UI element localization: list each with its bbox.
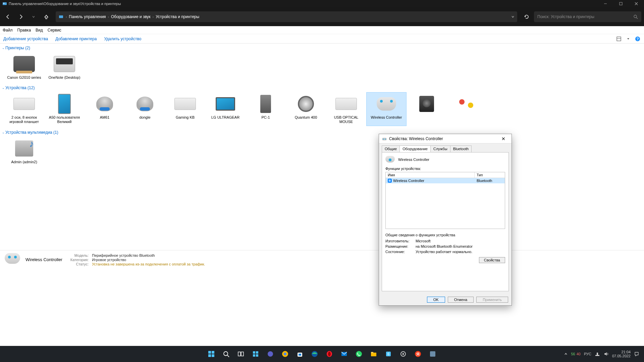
device-item[interactable]: PC-1 [246,92,286,126]
properties-button[interactable]: Свойства [479,257,505,263]
chevron-icon: › [66,15,67,19]
network-icon[interactable] [595,351,600,357]
menu-view[interactable]: Вид [36,28,43,33]
search-taskbar-icon[interactable] [220,348,232,360]
add-printer-link[interactable]: Добавление принтера [55,37,97,41]
section-multimedia[interactable]: ⌄Устройства мультимедиа (1) [1,129,643,135]
device-item[interactable]: USB OPTICAL MOUSE [326,92,366,126]
device-item[interactable] [447,92,487,126]
svg-text:6: 6 [387,352,389,356]
section-printers[interactable]: ⌄Принтеры (2) [1,45,643,51]
dialog-titlebar[interactable]: Свойства: Wireless Controller ✕ [379,134,512,143]
up-button[interactable] [41,11,52,22]
device-item[interactable]: Gaming KB [165,92,205,126]
search-box[interactable]: Поиск: Устройства и принтеры [534,11,641,22]
dialog-tabs: Общие Оборудование Службы Bluetooth [379,143,512,152]
volume-icon[interactable] [603,351,609,357]
section-devices-label: Устройства (12) [5,85,35,90]
svg-rect-39 [371,352,373,353]
app-icon-2[interactable] [426,348,439,360]
menu-service[interactable]: Сервис [48,28,61,33]
whatsapp-icon[interactable] [353,348,365,360]
address-dropdown[interactable] [511,15,515,18]
list-row[interactable]: BWireless Controller Bluetooth [386,178,505,183]
breadcrumb-1[interactable]: Панель управления [69,14,106,19]
temp-sensor-2[interactable]: 40 [577,352,581,356]
remove-device-link[interactable]: Удалить устройство [104,37,141,41]
settings-icon[interactable] [397,348,410,360]
chrome-icon[interactable] [279,348,291,360]
search-placeholder: Поиск: Устройства и принтеры [537,14,594,19]
section-devices[interactable]: ⌄Устройства (12) [1,85,643,91]
details-model-key: Модель: [70,253,89,257]
edge-icon[interactable] [308,348,321,360]
address-bar[interactable]: › Панель управления › Оборудование и зву… [56,11,517,22]
content-area: ⌄Принтеры (2) Canon G2010 series OneNote… [0,44,644,250]
device-item[interactable]: Canon G2010 series [4,52,44,81]
state-key: Состояние: [385,250,416,254]
forward-button[interactable] [15,11,26,22]
device-item[interactable]: Admin (admin2) [4,137,44,166]
device-item[interactable]: LG ULTRAGEAR [205,92,246,126]
svg-rect-26 [253,354,255,357]
help-button[interactable]: ? [635,36,641,42]
device-item[interactable]: Quantum 400 [286,92,326,126]
svg-rect-22 [238,352,240,356]
menu-edit[interactable]: Правка [17,28,31,33]
teams-icon[interactable] [264,348,277,360]
device-item[interactable]: AM61 [85,92,125,126]
tray-chevron[interactable] [564,352,568,356]
explorer-icon[interactable] [367,348,380,360]
tab-bluetooth[interactable]: Bluetooth [450,145,472,152]
device-label: LG ULTRAGEAR [211,115,239,120]
app-icon[interactable]: 6 [382,348,395,360]
dialog-close-button[interactable]: ✕ [498,136,509,141]
functions-listview[interactable]: Имя Тип BWireless Controller Bluetooth [385,172,505,229]
device-item[interactable] [407,92,447,126]
svg-point-35 [328,352,331,356]
details-status-key: Статус: [70,262,89,266]
ok-button[interactable]: OK [427,297,445,303]
svg-text:?: ? [637,37,639,41]
clock[interactable]: 21:04 07.05.2022 [612,350,631,358]
breadcrumb-2[interactable]: Оборудование и звук [111,14,151,19]
col-name[interactable]: Имя [386,172,475,178]
store-icon[interactable] [293,348,306,360]
temp-sensor-1[interactable]: 56 [571,352,575,356]
yandex-icon[interactable]: Я [412,348,424,360]
taskbar: 6 Я 5640 РУС 21:04 07.05.2022 [0,346,644,362]
back-button[interactable] [3,11,13,22]
device-label: USB OPTICAL MOUSE [328,115,365,124]
start-button[interactable] [205,348,218,360]
tab-services[interactable]: Службы [430,145,450,152]
device-item[interactable]: 2 оси, 8 кнопок игровой планшет [4,92,44,126]
tab-hardware[interactable]: Оборудование [399,145,431,152]
device-item[interactable]: dongle [125,92,165,126]
opera-icon[interactable] [323,348,336,360]
view-options-button[interactable] [616,36,622,42]
svg-rect-6 [59,15,63,18]
breadcrumb-3[interactable]: Устройства и принтеры [156,14,199,19]
device-item[interactable]: A50 пользователя Великий [44,92,85,126]
close-button[interactable] [629,0,644,7]
mail-icon[interactable] [338,348,351,360]
menu-file[interactable]: Файл [3,28,13,33]
view-dropdown[interactable] [625,36,631,42]
recent-dropdown[interactable] [28,11,39,22]
notifications-icon[interactable] [634,351,639,357]
maximize-button[interactable] [613,0,629,7]
clock-date: 07.05.2022 [612,354,631,358]
details-title: Wireless Controller [25,257,62,262]
minimize-button[interactable] [598,0,613,7]
apply-button[interactable]: Применить [476,297,508,303]
col-type[interactable]: Тип [475,172,505,178]
add-device-link[interactable]: Добавление устройства [3,37,48,41]
device-item[interactable]: OneNote (Desktop) [44,52,85,81]
tab-general[interactable]: Общие [382,145,400,152]
refresh-button[interactable] [521,11,532,22]
language-indicator[interactable]: РУС [584,352,591,356]
widgets-icon[interactable] [249,348,262,360]
task-view-icon[interactable] [234,348,247,360]
cancel-button[interactable]: Отмена [448,297,474,303]
device-item-selected[interactable]: Wireless Controller [366,92,407,126]
